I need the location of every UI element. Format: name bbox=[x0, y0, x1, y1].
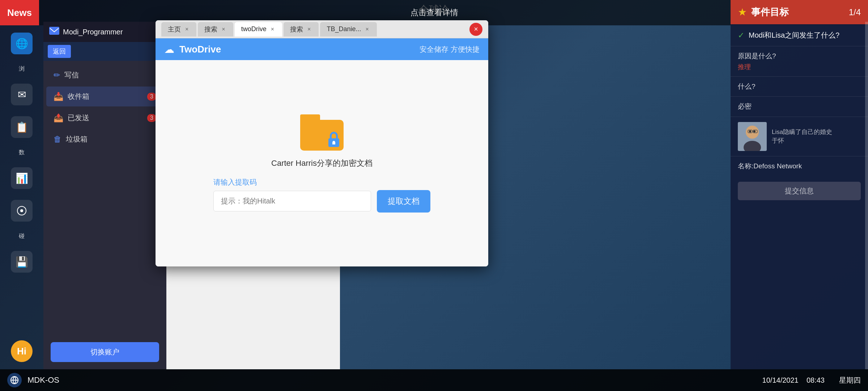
tab-twodrive-label: twoDrive bbox=[241, 25, 267, 33]
sidebar-label-browser: 浏 bbox=[19, 65, 25, 73]
right-panel-item-3[interactable]: 什么? bbox=[731, 77, 868, 97]
right-panel-header: ★ 事件目标 1/4 bbox=[731, 0, 868, 24]
tab-search-1-close[interactable]: × bbox=[220, 25, 226, 33]
browser-close-btn[interactable]: × bbox=[469, 23, 482, 36]
right-panel-title: 事件目标 bbox=[751, 6, 844, 18]
folder-input-label: 请输入提取码 bbox=[213, 177, 430, 187]
right-panel-item-4[interactable]: 必密 bbox=[731, 97, 868, 117]
news-text: 点击查看详情 bbox=[39, 7, 829, 18]
folder-input-row: 请输入提取码 提取文档 bbox=[213, 177, 430, 213]
svg-point-1 bbox=[20, 209, 23, 212]
browser-window: 主页 × 搜索 × twoDrive × 搜索 × TB_Danie... × … bbox=[156, 20, 488, 266]
email-sent-btn[interactable]: 📤 已发送 3 bbox=[46, 108, 163, 128]
trash-label: 垃圾箱 bbox=[66, 134, 88, 144]
right-panel-item-3-text: 什么? bbox=[738, 82, 861, 92]
twodrive-logo-text: TwoDrive bbox=[179, 44, 221, 55]
lock-body bbox=[328, 138, 339, 147]
sidebar-label-misc: 碰 bbox=[19, 232, 25, 240]
twodrive-header: ☁ TwoDrive 安全储存 方便快捷 bbox=[156, 38, 488, 60]
svg-rect-10 bbox=[49, 27, 59, 35]
taskbar: MDK-OS 10/14/2021 08:43 星期四 bbox=[0, 369, 868, 391]
sidebar-item-chart[interactable]: 📊 bbox=[11, 167, 33, 189]
retrieve-document-btn[interactable]: 提取文档 bbox=[377, 190, 430, 213]
right-panel: ★ 事件目标 1/4 ✓ Modi和Lisa之间发生了什么? 原因是什么? 推理… bbox=[731, 0, 868, 369]
tab-search-1-label: 搜索 bbox=[204, 25, 217, 34]
news-badge[interactable]: News bbox=[0, 0, 39, 25]
retrieval-code-input[interactable] bbox=[213, 191, 371, 211]
tab-search-1[interactable]: 搜索 × bbox=[198, 22, 233, 37]
submit-button[interactable]: 提交信息 bbox=[738, 182, 861, 200]
trash-icon: 🗑 bbox=[54, 135, 61, 144]
inbox-icon: 📥 bbox=[54, 92, 63, 101]
star-icon: ★ bbox=[738, 6, 747, 18]
sidebar-item-browser[interactable]: 🌐 bbox=[11, 33, 33, 54]
right-panel-item-1[interactable]: ✓ Modi和Lisa之间发生了什么? bbox=[731, 24, 868, 46]
sent-badge: 3 bbox=[147, 114, 156, 122]
sent-label: 已发送 bbox=[68, 113, 89, 123]
right-panel-avatar-text: Lisa隐瞒了自己的婚史于怀 bbox=[772, 128, 832, 145]
check-icon: ✓ bbox=[738, 31, 744, 40]
tab-tb-daniel-label: TB_Danie... bbox=[327, 25, 361, 33]
right-panel-count: 1/4 bbox=[849, 7, 861, 17]
folder-lock bbox=[327, 132, 341, 148]
tab-twodrive[interactable]: twoDrive × bbox=[235, 22, 282, 37]
sidebar-label-data: 数 bbox=[19, 149, 25, 156]
compose-label: 写信 bbox=[64, 70, 79, 80]
right-panel-item-4-text: 必密 bbox=[738, 102, 861, 112]
tab-home[interactable]: 主页 × bbox=[161, 22, 196, 37]
twodrive-body: Carter Harris分享的加密文档 请输入提取码 提取文档 bbox=[156, 60, 488, 266]
right-panel-item-2[interactable]: 原因是什么? 推理 bbox=[731, 46, 868, 77]
right-panel-item-2-text: 原因是什么? bbox=[738, 51, 861, 61]
twodrive-slogan: 安全储存 方便快捷 bbox=[420, 45, 480, 54]
svg-point-6 bbox=[753, 130, 756, 133]
email-trash-btn[interactable]: 🗑 垃圾箱 bbox=[46, 129, 163, 149]
taskbar-weekday: 星期四 bbox=[839, 375, 861, 385]
email-inbox-btn[interactable]: 📥 收件箱 3 bbox=[46, 87, 163, 106]
tab-tb-daniel[interactable]: TB_Danie... × bbox=[320, 22, 376, 37]
user-avatar[interactable]: Hi bbox=[11, 340, 33, 362]
compose-icon: ✏ bbox=[54, 71, 60, 80]
email-icon bbox=[49, 27, 59, 37]
sidebar-item-disk[interactable]: 💾 bbox=[11, 251, 33, 273]
email-back-btn[interactable]: 返回 bbox=[48, 45, 71, 58]
inbox-label: 收件箱 bbox=[68, 92, 89, 101]
taskbar-time: 08:43 bbox=[807, 376, 825, 384]
svg-point-5 bbox=[749, 130, 751, 133]
email-window-header: Modi_Programmer bbox=[43, 22, 166, 42]
browser-titlebar: 主页 × 搜索 × twoDrive × 搜索 × TB_Danie... × … bbox=[156, 20, 488, 38]
sidebar-item-clipboard[interactable]: 📋 bbox=[11, 116, 33, 138]
right-panel-name-info: 名称:Defoss Network bbox=[731, 156, 868, 176]
folder-input-wrap: 提取文档 bbox=[213, 190, 430, 213]
tab-home-close[interactable]: × bbox=[184, 25, 190, 33]
right-panel-scrollbar[interactable] bbox=[865, 22, 868, 369]
folder-icon bbox=[300, 114, 344, 151]
email-window: Modi_Programmer 返回 ✏ 写信 📥 收件箱 3 📤 已发送 3 … bbox=[43, 22, 166, 369]
lock-shackle bbox=[330, 132, 338, 138]
right-panel-item-1-text: Modi和Lisa之间发生了什么? bbox=[749, 30, 839, 40]
email-compose-btn[interactable]: ✏ 写信 bbox=[46, 65, 163, 85]
taskbar-os-name: MDK-OS bbox=[27, 375, 59, 385]
folder-description: Carter Harris分享的加密文档 bbox=[271, 158, 373, 169]
sidebar-item-mail[interactable]: ✉ bbox=[11, 84, 33, 105]
tab-twodrive-close[interactable]: × bbox=[269, 25, 276, 33]
lock-keyhole bbox=[332, 141, 335, 144]
inbox-badge: 3 bbox=[147, 93, 156, 101]
email-window-title: Modi_Programmer bbox=[63, 28, 123, 36]
tab-search-2-label: 搜索 bbox=[290, 25, 303, 34]
right-panel-avatar bbox=[738, 122, 767, 151]
folder-main bbox=[300, 120, 344, 151]
switch-account-btn[interactable]: 切换账户 bbox=[51, 342, 159, 362]
sidebar-item-misc[interactable] bbox=[11, 200, 33, 222]
tab-home-label: 主页 bbox=[168, 25, 181, 34]
tab-search-2-close[interactable]: × bbox=[306, 25, 312, 33]
taskbar-date: 10/14/2021 bbox=[762, 376, 799, 384]
twodrive-cloud-icon: ☁ bbox=[164, 43, 174, 55]
right-panel-network-name: 名称:Defoss Network bbox=[738, 161, 861, 171]
tab-search-2[interactable]: 搜索 × bbox=[284, 22, 319, 37]
sent-icon: 📤 bbox=[54, 113, 63, 123]
tab-tb-daniel-close[interactable]: × bbox=[364, 25, 370, 33]
email-nav-tabs: 返回 bbox=[43, 42, 166, 61]
taskbar-logo[interactable] bbox=[7, 373, 22, 387]
left-sidebar: 🌐 浏 ✉ 📋 数 📊 碰 💾 Hi bbox=[0, 25, 43, 369]
email-sidebar: ✏ 写信 📥 收件箱 3 📤 已发送 3 🗑 垃圾箱 bbox=[43, 61, 166, 336]
